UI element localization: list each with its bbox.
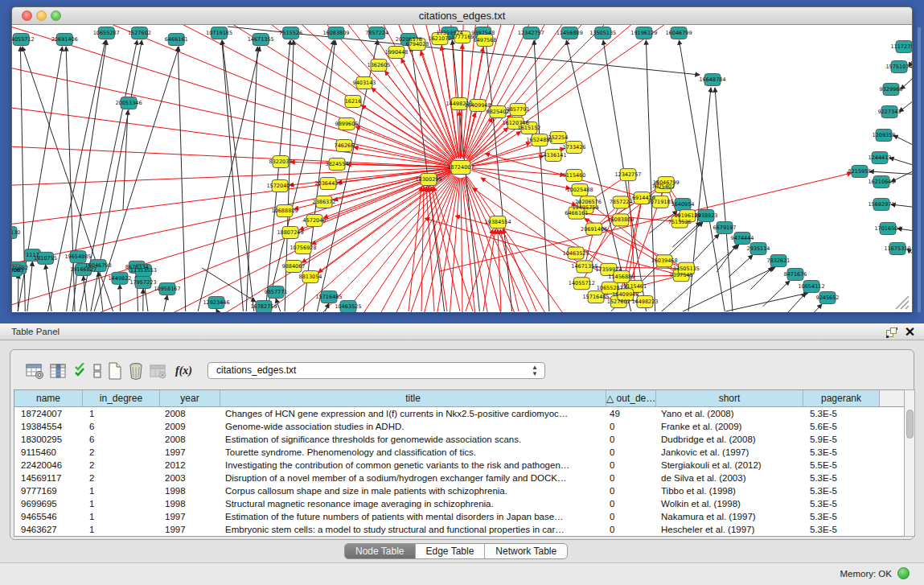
graph-node-label: 13505135 [673, 266, 700, 272]
graph-node-label: 1244413 [869, 154, 892, 161]
graph-node-label: 18724007 [447, 164, 474, 171]
table-row[interactable]: 1830029562008Estimation of significance … [14, 433, 904, 446]
graph-node-label: 6466161 [165, 36, 188, 43]
graph-node-label: 16648784 [699, 76, 725, 83]
table-cell: 0 [606, 497, 656, 510]
table-cell: de Silva et al. (2003) [656, 472, 803, 484]
network-view-window[interactable]: citations_edges.txt 14055712206914061065… [11, 6, 913, 312]
table-row[interactable]: 2242004622012Investigating the contribut… [14, 459, 904, 472]
graph-node-label: 10463525 [563, 250, 589, 257]
table-cell: 0 [606, 420, 656, 433]
table-cell: Estimation of significance thresholds fo… [220, 433, 606, 446]
graph-edge [763, 281, 790, 307]
graph-edge [123, 110, 128, 210]
column-header-indegree[interactable]: in_degree [83, 390, 160, 407]
graph-node-label: 1449822 [108, 275, 131, 282]
graph-node-label: 252254 [548, 134, 569, 141]
graph-edge [483, 229, 495, 311]
graph-edge [12, 175, 453, 312]
graph-node-label: 9245652 [816, 295, 840, 301]
table-cell: Changes of HCN gene expression and I(f) … [220, 407, 606, 420]
graph-edge [467, 25, 843, 159]
graph-node-label: 18807249 [277, 229, 303, 236]
table-row[interactable]: 946362711997Embryonic stem cells: a mode… [14, 523, 904, 536]
table-row[interactable]: 1456911722003Disruption of a novel membe… [14, 472, 904, 484]
resize-grip[interactable] [893, 293, 910, 311]
column-header-name[interactable]: name [14, 390, 83, 407]
table-cell: 1 [83, 497, 160, 510]
graph-node-label: 10719185 [647, 199, 674, 205]
column-header-year[interactable]: year [160, 390, 220, 407]
graph-node-label: 14055712 [12, 36, 35, 43]
graph-node-label: 6794028 [406, 41, 429, 47]
graph-node-label: 16039468 [651, 257, 678, 264]
graph-node-label: 10958167 [154, 286, 180, 292]
table-cell: Tibbo et al. (1998) [656, 484, 803, 497]
table-cell: 5.5E-5 [803, 459, 880, 472]
window-titlebar[interactable]: citations_edges.txt [12, 7, 912, 25]
graph-edge [433, 187, 473, 311]
table-cell: 5.3E-5 [803, 472, 880, 484]
table-cell: 5.3E-5 [803, 523, 880, 536]
table-row[interactable]: 911546021997Tourette syndrome. Phenomeno… [14, 446, 904, 459]
new-document-icon[interactable] [108, 362, 122, 380]
table-row[interactable]: 969969511998Structural magnetic resonanc… [14, 497, 904, 510]
graph-node-label: 9227343 [878, 109, 901, 115]
table-cell: 0 [606, 523, 656, 536]
background-scrollbar [918, 27, 921, 312]
table-cell: 0 [606, 459, 656, 472]
table-cell: Stergiakouli et al. (2012) [656, 459, 803, 472]
graph-node-label: 1990448 [385, 49, 409, 56]
import-table-icon[interactable] [73, 363, 87, 379]
table-settings-icon[interactable] [26, 363, 44, 379]
graph-node-label: 20691406 [581, 226, 607, 233]
delete-table-icon[interactable] [128, 362, 144, 380]
graph-node-label: 11456889 [608, 274, 634, 280]
table-scrollbar-thumb[interactable] [906, 410, 914, 439]
table-scrollbar[interactable] [904, 389, 915, 537]
graph-edge [120, 285, 121, 311]
table-toolbar: f(x) [26, 360, 192, 382]
column-header-pagerank[interactable]: pagerank [803, 390, 880, 407]
graph-node-label: 19196129 [630, 30, 657, 36]
column-header-title[interactable]: title [220, 390, 606, 407]
table-panel-titlebar: Table Panel ✕ [0, 323, 924, 340]
graph-node-label: 2386372 [313, 199, 336, 205]
graph-edge [12, 25, 452, 162]
graph-edge [628, 175, 635, 286]
table-cell: 2008 [160, 433, 220, 446]
network-canvas[interactable]: 1405571220691406106552871527602646616110… [12, 25, 912, 312]
graph-node-label: 1209358 [873, 132, 896, 138]
table-cell: 5.3E-5 [803, 497, 880, 510]
float-panel-icon[interactable] [886, 328, 897, 338]
graph-node-label: 9329966 [880, 86, 903, 93]
function-builder-icon[interactable]: f(x) [173, 365, 192, 377]
graph-node-label: 17957223 [129, 279, 156, 286]
graph-node-label: 15751074 [885, 64, 912, 70]
graph-node-label: 15716485 [315, 294, 342, 300]
graph-edge [869, 171, 912, 174]
table-selector-combo[interactable]: citations_edges.txt ▲▼ [207, 362, 545, 379]
rows-icon[interactable] [92, 363, 102, 379]
graph-node-label: 9857791 [507, 106, 530, 113]
table-cell: 2003 [160, 472, 220, 484]
memory-status-indicator[interactable] [897, 567, 910, 579]
column-header-short[interactable]: short [656, 390, 803, 407]
table-row[interactable]: 1938455462009Genome-wide association stu… [14, 420, 904, 433]
table-cell: 5.3E-5 [803, 510, 880, 523]
close-panel-icon[interactable]: ✕ [903, 325, 917, 339]
graph-node-label: 6679197 [713, 225, 737, 231]
tab-network-table[interactable]: Network Table [485, 544, 567, 558]
graph-node-label: 746266 [335, 142, 355, 149]
table-row[interactable]: 1872400712008Changes of HCN gene express… [14, 407, 904, 420]
column-header-outde[interactable]: △ out_de… [606, 390, 656, 407]
tab-node-table[interactable]: Node Table [345, 544, 416, 558]
table-row[interactable]: 977716911998Corpus callosum shape and si… [14, 484, 904, 497]
tab-edge-table[interactable]: Edge Table [416, 544, 486, 558]
graph-node-label: 11172757 [890, 43, 912, 50]
select-column-icon[interactable] [50, 363, 68, 379]
table-cell: 5.9E-5 [803, 433, 880, 446]
table-cell: Nakamura et al. (1997) [656, 510, 803, 523]
table-row[interactable]: 946554611997Estimation of the future num… [14, 510, 904, 523]
graph-node-label: 7515526 [668, 219, 692, 225]
